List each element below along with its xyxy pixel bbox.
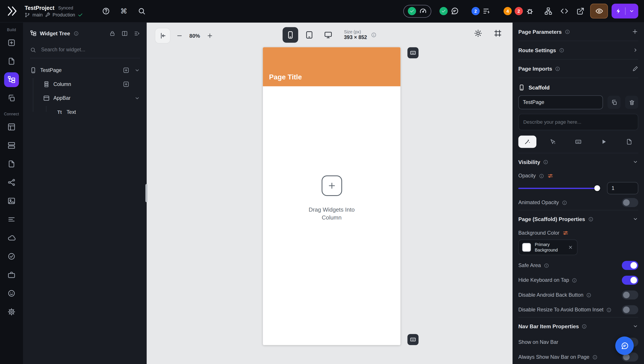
clear-color-icon[interactable]: [568, 245, 573, 250]
chevron-down-icon: [632, 323, 638, 329]
add-child-widget-icon[interactable]: [123, 67, 129, 74]
view-code-button[interactable]: [558, 4, 570, 18]
page-name-row: [518, 95, 638, 109]
keyboard-toggle-top[interactable]: [407, 47, 418, 58]
comments-status-pill[interactable]: [435, 5, 463, 18]
widget-tree-list: TestPage Column AppBar: [30, 63, 140, 119]
panel-scrollbar-thumb[interactable]: [146, 184, 148, 202]
errors-count-badge: 2: [515, 7, 523, 15]
rail-components[interactable]: [4, 91, 19, 106]
rail-branding[interactable]: [4, 286, 19, 301]
database-icon: [8, 123, 16, 131]
route-settings-row[interactable]: Route Settings: [518, 41, 638, 60]
pages-icon: [8, 57, 16, 65]
device-phone-button[interactable]: [282, 27, 298, 43]
rail-data-types[interactable]: [4, 138, 19, 153]
rail-files[interactable]: [4, 157, 19, 171]
delete-page-button[interactable]: [625, 96, 638, 109]
info-icon: [606, 307, 612, 312]
rail-media-assets[interactable]: [4, 193, 19, 208]
copy-name-button[interactable]: [608, 96, 620, 109]
chevron-down-icon[interactable]: [134, 67, 140, 73]
collapse-all-icon[interactable]: [134, 30, 140, 37]
share-button[interactable]: [574, 4, 586, 18]
rail-settings[interactable]: [4, 304, 19, 319]
navbar-properties-header[interactable]: Nav Bar Item Properties: [518, 317, 638, 335]
safe-area-toggle[interactable]: [622, 261, 638, 270]
rail-pages[interactable]: [4, 54, 19, 68]
set-from-variable-icon[interactable]: [548, 173, 553, 179]
zoom-out-icon[interactable]: [176, 33, 183, 39]
tests-status-pill[interactable]: [404, 5, 431, 18]
search-icon[interactable]: [138, 7, 146, 15]
hide-keyboard-toggle[interactable]: [622, 276, 638, 285]
run-tab[interactable]: [595, 136, 613, 148]
animated-opacity-toggle[interactable]: [622, 198, 638, 207]
page-imports-row[interactable]: Page Imports: [518, 60, 638, 78]
rail-add-widget[interactable]: [4, 35, 19, 50]
disable-resize-toggle[interactable]: [622, 305, 638, 314]
tree-item-testpage[interactable]: TestPage: [30, 63, 140, 77]
visibility-section-header[interactable]: Visibility: [518, 153, 638, 171]
slider-thumb[interactable]: [594, 185, 600, 191]
rail-actions[interactable]: [4, 249, 19, 264]
chat-bubble-icon: [620, 342, 628, 350]
rail-widget-tree[interactable]: [4, 72, 19, 87]
page-description-input[interactable]: [518, 114, 638, 130]
rail-database[interactable]: [4, 120, 19, 134]
chevron-down-icon[interactable]: [629, 8, 634, 14]
keyboard-toggle-bottom[interactable]: [407, 334, 418, 345]
tree-item-text[interactable]: Tt Text: [30, 105, 140, 119]
run-button[interactable]: [612, 4, 638, 19]
magic-wand-tab[interactable]: [518, 136, 536, 148]
device-desktop-button[interactable]: [320, 27, 336, 43]
size-value: 393 × 852: [344, 35, 367, 41]
add-parameter-icon[interactable]: [632, 28, 638, 35]
files-icon: [8, 160, 16, 168]
select-actions-tab[interactable]: [544, 136, 562, 148]
help-icon[interactable]: [102, 7, 110, 15]
lock-icon[interactable]: [109, 30, 116, 37]
color-swatch[interactable]: [522, 243, 531, 252]
tree-item-column[interactable]: Column: [30, 77, 140, 91]
branch-environment-row[interactable]: main Production: [24, 12, 83, 17]
theme-mode-sun-icon[interactable]: [474, 29, 482, 37]
edit-pencil-icon[interactable]: [632, 66, 638, 72]
rail-app-values[interactable]: [4, 212, 19, 227]
zoom-in-icon[interactable]: [207, 33, 213, 39]
docs-tab[interactable]: [620, 136, 638, 148]
appbar-widget[interactable]: Page Title: [263, 47, 400, 86]
column-drop-zone[interactable]: Drag Widgets Into Column: [263, 175, 400, 221]
page-title-text[interactable]: Page Title: [269, 73, 302, 81]
page-parameters-row[interactable]: Page Parameters: [518, 23, 638, 41]
disable-back-toggle[interactable]: [622, 290, 638, 299]
automations-status-pill[interactable]: 2: [467, 5, 495, 18]
device-tablet-button[interactable]: [301, 27, 317, 43]
tree-item-appbar[interactable]: AppBar: [30, 91, 140, 105]
page-name-input[interactable]: [518, 95, 603, 109]
set-from-variable-icon[interactable]: [563, 230, 568, 236]
rail-integrations[interactable]: [4, 267, 19, 282]
issues-status-pill[interactable]: 4 2: [499, 5, 538, 18]
storyboard-button[interactable]: [542, 4, 554, 18]
panels-icon[interactable]: [122, 30, 128, 37]
background-color-chip[interactable]: Primary Background: [518, 239, 578, 255]
canvas-area: 80% Size (px) 393 × 852 Page Title Drag …: [146, 23, 512, 364]
rail-cloud-functions[interactable]: [4, 230, 19, 245]
widget-search-input[interactable]: [40, 47, 140, 53]
flutterflow-logo-icon[interactable]: [6, 5, 18, 17]
opacity-value-input[interactable]: [607, 182, 638, 194]
preview-button[interactable]: [590, 4, 608, 19]
command-palette-icon[interactable]: ⌘: [120, 8, 127, 15]
keyboard-tab[interactable]: [569, 136, 587, 148]
support-chat-button[interactable]: [615, 336, 634, 355]
phone-icon: [286, 31, 294, 39]
scaffold-properties-header[interactable]: Page (Scaffold) Properties: [518, 210, 638, 228]
collapse-panel-button[interactable]: [155, 28, 170, 43]
chevron-down-icon[interactable]: [134, 95, 140, 101]
settings-gear-icon: [8, 308, 16, 316]
add-child-widget-icon[interactable]: [123, 81, 129, 88]
opacity-slider[interactable]: [518, 185, 600, 191]
rail-api-calls[interactable]: [4, 175, 19, 190]
canvas-settings-icon[interactable]: [494, 29, 502, 37]
